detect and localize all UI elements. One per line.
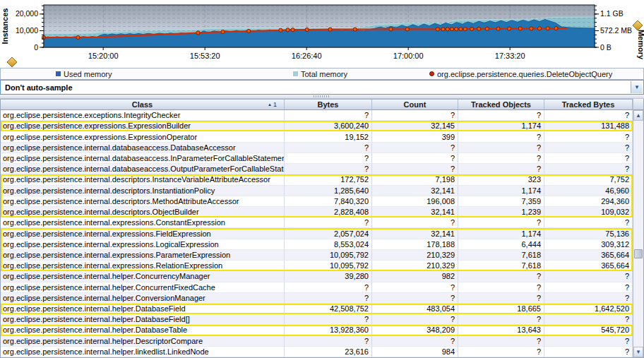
cell-tracked-objects: 1,174 — [458, 228, 544, 239]
table-row[interactable]: org.eclipse.persistence.internal.express… — [1, 217, 633, 228]
splitter-grip-icon — [314, 95, 330, 97]
table-row[interactable]: org.eclipse.persistence.internal.express… — [1, 228, 633, 239]
cell-tracked-objects: 1,174 — [458, 121, 544, 131]
cell-tracked-bytes: 7,752 — [544, 174, 633, 185]
column-header-count[interactable]: Count — [372, 100, 458, 109]
cell-tracked-objects: 18,665 — [458, 304, 544, 314]
cell-tracked-bytes: 365,664 — [544, 250, 633, 261]
column-label: Class — [132, 100, 153, 109]
cell-bytes: 13,928,360 — [285, 325, 372, 335]
table-row[interactable]: org.eclipse.persistence.expressions.Expr… — [1, 121, 633, 131]
up-arrow-icon: ▲ — [636, 112, 641, 119]
cell-class: org.eclipse.persistence.internal.helper.… — [1, 325, 285, 335]
cell-class: org.eclipse.persistence.internal.databas… — [1, 143, 285, 153]
cell-class: org.eclipse.persistence.internal.descrip… — [1, 174, 285, 185]
cell-class: org.eclipse.persistence.internal.express… — [1, 217, 285, 228]
sort-asc-icon: ▲ — [268, 102, 272, 107]
left-axis-title: Instances — [1, 8, 9, 44]
cell-class: org.eclipse.persistence.internal.descrip… — [1, 186, 285, 196]
table-row[interactable]: org.eclipse.persistence.internal.databas… — [1, 143, 633, 153]
svg-text:20,000: 20,000 — [16, 9, 38, 18]
column-header-class[interactable]: Class▲1 — [1, 100, 285, 109]
cell-tracked-bytes: 545,720 — [544, 325, 633, 335]
svg-text:15:53:20: 15:53:20 — [190, 52, 220, 60]
table-row[interactable]: org.eclipse.persistence.internal.express… — [1, 239, 633, 250]
memory-timeline-section: 010,00020,0000 B572.2 MB1.1 GB15:20:0015… — [0, 0, 644, 68]
cell-tracked-objects: 13,643 — [458, 325, 544, 335]
cell-bytes: 39,280 — [285, 271, 372, 282]
cell-bytes: 3,600,240 — [285, 121, 372, 131]
chevron-down-icon[interactable]: ▼ — [631, 81, 643, 93]
cell-class: org.eclipse.persistence.expressions.Expr… — [1, 121, 285, 131]
sort-order: 1 — [273, 101, 277, 108]
scrollbar-track[interactable] — [633, 121, 643, 347]
cell-tracked-objects: ? — [458, 293, 544, 304]
cell-tracked-objects: ? — [458, 217, 544, 228]
cell-count: 32,145 — [372, 121, 458, 131]
svg-text:17:00:00: 17:00:00 — [393, 52, 424, 60]
table-row[interactable]: org.eclipse.persistence.internal.descrip… — [1, 207, 633, 217]
table-row[interactable]: org.eclipse.persistence.expressions.Expr… — [1, 131, 633, 142]
table-row[interactable]: org.eclipse.persistence.internal.databas… — [1, 153, 633, 164]
cell-class: org.eclipse.persistence.internal.express… — [1, 261, 285, 271]
table-row[interactable]: org.eclipse.persistence.internal.express… — [1, 261, 633, 271]
class-table-body: org.eclipse.persistence.exceptions.Integ… — [1, 110, 633, 357]
table-row[interactable]: org.eclipse.persistence.internal.descrip… — [1, 186, 633, 196]
table-row[interactable]: org.eclipse.persistence.internal.databas… — [1, 164, 633, 174]
cell-tracked-bytes: 46,960 — [544, 186, 633, 196]
cell-tracked-objects: ? — [458, 347, 544, 357]
cell-bytes: ? — [285, 293, 372, 304]
cell-bytes: ? — [285, 336, 372, 347]
scroll-down-button[interactable]: ▼ — [633, 347, 643, 357]
cell-bytes: 2,828,408 — [285, 207, 372, 217]
table-row[interactable]: org.eclipse.persistence.internal.helper.… — [1, 347, 633, 357]
legend-label: Used memory — [64, 70, 112, 78]
cell-bytes: 8,553,024 — [285, 239, 372, 250]
column-label: Bytes — [318, 100, 339, 109]
cell-bytes: 7,840,320 — [285, 196, 372, 207]
table-row[interactable]: org.eclipse.persistence.internal.helper.… — [1, 271, 633, 282]
cell-tracked-bytes: ? — [544, 282, 633, 293]
auto-sample-combobox[interactable]: Don't auto-sample ▼ — [0, 80, 644, 95]
table-row[interactable]: org.eclipse.persistence.internal.helper.… — [1, 314, 633, 325]
scrollbar-thumb[interactable] — [634, 249, 643, 258]
sort-indicator: ▲1 — [268, 100, 277, 109]
scroll-up-button[interactable]: ▲ — [633, 110, 643, 121]
bookmark-diamond-left[interactable] — [7, 57, 17, 67]
cell-tracked-objects: ? — [458, 336, 544, 347]
column-label: Tracked Bytes — [562, 100, 615, 109]
table-row[interactable]: org.eclipse.persistence.internal.helper.… — [1, 282, 633, 293]
table-row[interactable]: org.eclipse.persistence.internal.helper.… — [1, 336, 633, 347]
table-row[interactable]: org.eclipse.persistence.internal.helper.… — [1, 293, 633, 304]
cell-tracked-objects: 323 — [458, 174, 544, 185]
cell-tracked-objects: ? — [458, 110, 544, 121]
used-memory-swatch-icon — [56, 71, 61, 76]
column-header-bytes[interactable]: Bytes — [285, 100, 372, 109]
table-row[interactable]: org.eclipse.persistence.internal.descrip… — [1, 174, 633, 185]
cell-class: org.eclipse.persistence.internal.helper.… — [1, 314, 285, 325]
class-statistics-table: Class▲1BytesCountTracked ObjectsTracked … — [0, 99, 644, 358]
table-row[interactable]: org.eclipse.persistence.internal.helper.… — [1, 325, 633, 335]
chart-plot-area[interactable] — [44, 5, 595, 47]
table-row[interactable]: org.eclipse.persistence.internal.descrip… — [1, 196, 633, 207]
bookmark-diamond-right[interactable] — [633, 20, 643, 30]
cell-count: 7,198 — [372, 174, 458, 185]
cell-count: 210,329 — [372, 261, 458, 271]
cell-count: 210,329 — [372, 250, 458, 261]
cell-bytes: 42,508,752 — [285, 304, 372, 314]
table-row[interactable]: org.eclipse.persistence.internal.helper.… — [1, 304, 633, 314]
cell-class: org.eclipse.persistence.internal.helper.… — [1, 293, 285, 304]
legend-label: org.eclipse.persistence.queries.DeleteOb… — [437, 70, 612, 78]
cell-bytes: ? — [285, 143, 372, 153]
cell-tracked-bytes: ? — [544, 271, 633, 282]
column-header-tracked-objects[interactable]: Tracked Objects — [458, 100, 544, 109]
column-label: Tracked Objects — [471, 100, 531, 109]
table-row[interactable]: org.eclipse.persistence.exceptions.Integ… — [1, 110, 633, 121]
table-scrollbar[interactable]: ▲ ▼ — [633, 99, 643, 357]
horizontal-splitter[interactable] — [0, 95, 644, 99]
column-header-tracked-bytes[interactable]: Tracked Bytes — [544, 100, 633, 109]
cell-bytes: 10,095,792 — [285, 250, 372, 261]
svg-text:572.2 MB: 572.2 MB — [600, 26, 632, 35]
table-row[interactable]: org.eclipse.persistence.internal.express… — [1, 250, 633, 261]
cell-tracked-objects: ? — [458, 164, 544, 174]
